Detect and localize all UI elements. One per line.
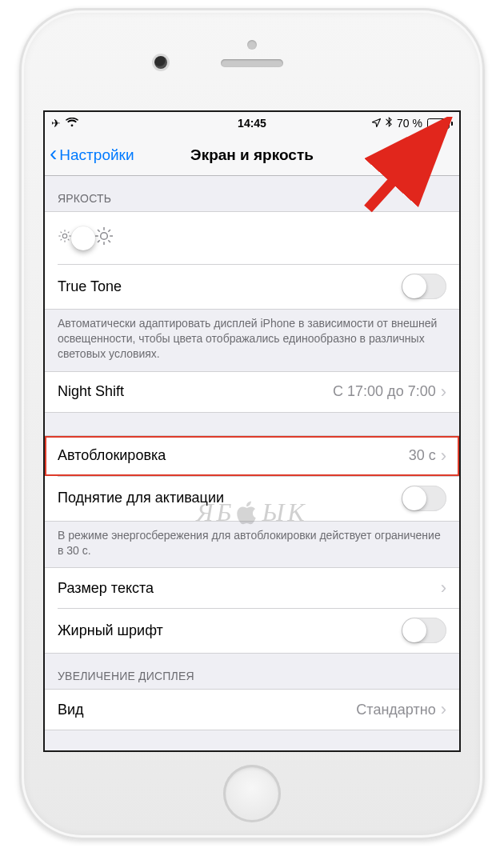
- back-label: Настройки: [59, 146, 134, 164]
- svg-line-5: [61, 232, 62, 234]
- autolock-footer: В режиме энергосбережения для автоблокир…: [45, 522, 459, 568]
- night-shift-value: С 17:00 до 7:00: [333, 383, 436, 400]
- display-zoom-header: УВЕЛИЧЕНИЕ ДИСПЛЕЯ: [45, 654, 459, 689]
- autolock-row[interactable]: Автоблокировка 30 с ›: [45, 436, 459, 476]
- text-size-row[interactable]: Размер текста ›: [45, 568, 459, 608]
- brightness-section-header: ЯРКОСТЬ: [45, 176, 459, 211]
- svg-line-16: [98, 240, 100, 242]
- true-tone-footer: Автоматически адаптировать дисплей iPhon…: [45, 310, 459, 371]
- svg-line-17: [108, 230, 110, 232]
- autolock-label: Автоблокировка: [58, 447, 166, 464]
- sun-large-icon: [94, 226, 114, 250]
- battery-percent: 70 %: [397, 117, 422, 130]
- earpiece-speaker: [221, 59, 283, 67]
- airplane-mode-icon: ✈︎: [51, 117, 61, 130]
- raise-to-wake-switch[interactable]: [402, 486, 446, 511]
- true-tone-label: True Tone: [58, 278, 122, 295]
- text-size-label: Размер текста: [58, 580, 154, 597]
- status-time: 14:45: [238, 117, 266, 130]
- iphone-frame: ✈︎ 14:45 70 %: [19, 8, 485, 840]
- screen: ✈︎ 14:45 70 %: [43, 110, 461, 752]
- svg-line-14: [98, 230, 100, 232]
- bluetooth-icon: [386, 117, 392, 130]
- view-value: Стандартно: [356, 702, 435, 718]
- view-row[interactable]: Вид Стандартно ›: [45, 690, 459, 730]
- true-tone-row[interactable]: True Tone: [45, 264, 459, 309]
- bold-text-label: Жирный шрифт: [58, 622, 163, 639]
- front-camera: [154, 56, 167, 69]
- home-button[interactable]: [223, 765, 281, 822]
- raise-to-wake-label: Поднятие для активации: [58, 490, 224, 506]
- night-shift-row[interactable]: Night Shift С 17:00 до 7:00 ›: [45, 372, 459, 412]
- raise-to-wake-row[interactable]: Поднятие для активации: [45, 476, 459, 521]
- svg-line-15: [108, 240, 110, 242]
- brightness-slider-row: [45, 212, 459, 264]
- svg-point-9: [101, 233, 108, 240]
- view-label: Вид: [58, 702, 84, 718]
- proximity-sensor: [247, 40, 257, 50]
- navigation-bar: ‹ Настройки Экран и яркость: [45, 134, 459, 176]
- location-icon: [372, 117, 381, 130]
- status-bar: ✈︎ 14:45 70 %: [45, 112, 459, 134]
- svg-line-7: [61, 239, 62, 241]
- chevron-right-icon: ›: [441, 447, 446, 465]
- chevron-left-icon: ‹: [50, 142, 57, 165]
- battery-icon: [427, 118, 453, 129]
- night-shift-label: Night Shift: [58, 383, 124, 400]
- slider-thumb[interactable]: [71, 226, 95, 250]
- svg-line-6: [68, 239, 70, 241]
- back-button[interactable]: ‹ Настройки: [45, 144, 134, 166]
- page-title: Экран и яркость: [190, 146, 314, 164]
- sun-small-icon: [58, 229, 72, 247]
- autolock-value: 30 с: [409, 447, 436, 464]
- wifi-icon: [66, 117, 78, 130]
- chevron-right-icon: ›: [441, 701, 446, 718]
- settings-content[interactable]: ЯРКОСТЬ: [45, 176, 459, 750]
- chevron-right-icon: ›: [441, 579, 446, 597]
- svg-line-8: [68, 232, 70, 234]
- bold-text-switch[interactable]: [402, 618, 446, 643]
- svg-point-0: [62, 234, 66, 238]
- chevron-right-icon: ›: [441, 383, 446, 401]
- bold-text-row[interactable]: Жирный шрифт: [45, 608, 459, 653]
- true-tone-switch[interactable]: [402, 274, 446, 299]
